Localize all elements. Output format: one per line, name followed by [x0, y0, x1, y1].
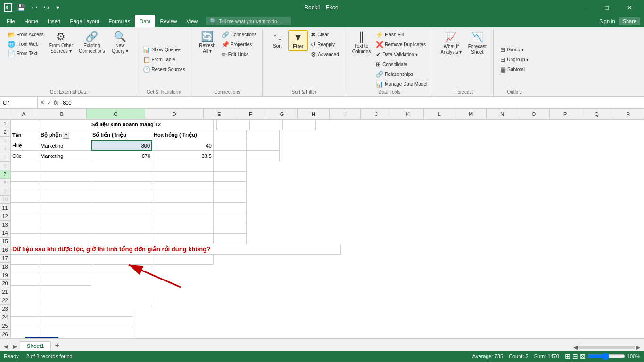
row-header-19[interactable]: 19 — [0, 271, 10, 280]
col-header-l[interactable]: L — [424, 109, 455, 119]
scroll-horizontal-right[interactable]: ▶ — [636, 344, 640, 351]
cell-c19[interactable] — [91, 265, 152, 275]
row-header-10[interactable]: 10 — [0, 196, 10, 204]
cell-a22[interactable] — [11, 296, 39, 306]
cell-d2[interactable]: Hoa hồng ( Triệu) — [152, 130, 214, 140]
cell-d10[interactable] — [152, 172, 214, 182]
row-header-18[interactable]: 18 — [0, 263, 10, 271]
page-break-view-button[interactable]: ⊠ — [580, 353, 586, 360]
col-header-n[interactable]: N — [487, 109, 518, 119]
cell-d13[interactable] — [152, 203, 214, 213]
cell-d12[interactable] — [152, 192, 214, 203]
menu-page-layout[interactable]: Page Layout — [66, 15, 104, 27]
col-header-c[interactable]: C — [87, 109, 145, 119]
col-header-b[interactable]: B — [37, 109, 87, 119]
row-header-25[interactable]: 25 — [0, 321, 10, 330]
sort-button[interactable]: ↑↓ Sort — [267, 30, 287, 50]
row-header-13[interactable]: 13 — [0, 221, 10, 229]
cell-e1[interactable] — [217, 120, 250, 130]
data-validation-button[interactable]: ✔ Data Validation ▾ — [374, 50, 429, 59]
cell-a2[interactable]: Tên — [11, 130, 39, 140]
name-box[interactable]: C7 — [0, 97, 38, 108]
undo-button[interactable]: ↩ — [30, 3, 39, 12]
clear-button[interactable]: ✖ Clear — [309, 30, 340, 39]
cell-e16[interactable] — [214, 234, 247, 244]
cell-f8[interactable] — [247, 151, 280, 161]
cell-e14[interactable] — [214, 213, 247, 223]
from-table-button[interactable]: 📋 From Table — [141, 55, 177, 64]
cell-e9[interactable] — [214, 161, 247, 172]
forecast-sheet-button[interactable]: 📉 ForecastSheet — [465, 30, 489, 57]
cell-e13[interactable] — [214, 203, 247, 213]
row-header-5[interactable]: 5 — [0, 153, 10, 162]
cell-a16[interactable] — [11, 234, 39, 244]
edit-links-button[interactable]: ✏ Edit Links — [220, 50, 259, 59]
row-header-4[interactable]: 4 — [0, 145, 10, 154]
share-button[interactable]: Share — [619, 17, 640, 25]
maximize-button[interactable]: □ — [596, 0, 618, 15]
cell-b25[interactable] — [39, 327, 133, 337]
cell-b10[interactable] — [39, 172, 91, 182]
row-header-26[interactable]: 26 — [0, 330, 10, 338]
new-query-button[interactable]: 🔍 NewQuery ▾ — [108, 30, 132, 56]
connections-button[interactable]: 🔗 Connections — [220, 30, 259, 39]
cell-d8[interactable]: 33.5 — [152, 151, 214, 161]
cell-a10[interactable] — [11, 172, 39, 182]
add-sheet-button[interactable]: + — [52, 340, 62, 351]
scroll-horizontal-left[interactable]: ◀ — [573, 344, 578, 351]
filter-button[interactable]: ▼ Filter — [288, 30, 308, 51]
tell-me-input[interactable]: 🔍 Tell me what you want to do... — [206, 17, 291, 25]
cell-c10[interactable] — [91, 172, 152, 182]
scroll-tabs-right[interactable]: ▶ — [11, 342, 19, 351]
manage-data-model-button[interactable]: 📊 Manage Data Model — [374, 80, 429, 89]
cell-b9[interactable] — [39, 161, 91, 172]
cell-d9[interactable] — [152, 161, 214, 172]
col-header-f[interactable]: F — [235, 109, 267, 119]
cell-a18[interactable] — [11, 255, 39, 265]
row-header-20[interactable]: 20 — [0, 280, 10, 288]
cell-b20[interactable] — [39, 275, 91, 286]
relationships-button[interactable]: 🔗 Relationships — [374, 70, 429, 79]
reapply-button[interactable]: ↺ Reapply — [309, 40, 340, 49]
cell-a12[interactable] — [11, 192, 39, 203]
row-header-11[interactable]: 11 — [0, 204, 10, 212]
existing-connections-button[interactable]: 🔗 ExistingConnections — [76, 30, 107, 56]
col-header-g[interactable]: G — [266, 109, 298, 119]
cell-d14[interactable] — [152, 213, 214, 223]
cell-b21[interactable] — [39, 286, 91, 296]
sheet-tab-sheet1[interactable]: Sheet1 — [20, 341, 51, 351]
row-header-1[interactable]: 1 — [0, 120, 10, 128]
cell-b16[interactable] — [39, 234, 91, 244]
menu-formulas[interactable]: Formulas — [104, 15, 135, 27]
from-access-button[interactable]: 📂 From Access — [6, 30, 46, 39]
cell-a15[interactable] — [11, 223, 39, 234]
cell-c14[interactable] — [91, 213, 152, 223]
menu-review[interactable]: Review — [155, 15, 182, 27]
row-header-12[interactable]: 12 — [0, 212, 10, 221]
cell-b18[interactable] — [39, 255, 91, 265]
subtotal-button[interactable]: ▤ Subtotal — [498, 65, 527, 74]
row-header-7[interactable]: 7 — [0, 170, 10, 179]
row-header-9[interactable]: 9 — [0, 187, 10, 196]
cell-c18[interactable] — [91, 255, 152, 265]
col-header-r[interactable]: R — [612, 109, 644, 119]
row-header-17[interactable]: 17 — [0, 255, 10, 263]
cell-c12[interactable] — [91, 192, 152, 203]
redo-button[interactable]: ↪ — [42, 3, 51, 12]
cell-c15[interactable] — [91, 223, 152, 234]
cell-c9[interactable] — [91, 161, 152, 172]
cell-d15[interactable] — [152, 223, 214, 234]
cell-g1[interactable] — [283, 120, 316, 130]
row-header-8[interactable]: 8 — [0, 179, 10, 187]
recent-sources-button[interactable]: 🕐 Recent Sources — [141, 65, 187, 74]
minimize-button[interactable]: — — [573, 0, 595, 15]
row-header-14[interactable]: 14 — [0, 229, 10, 238]
cell-b22[interactable] — [39, 296, 91, 306]
col-header-k[interactable]: K — [392, 109, 424, 119]
cell-c16[interactable] — [91, 234, 152, 244]
col-header-i[interactable]: I — [330, 109, 361, 119]
cell-a20[interactable] — [11, 275, 39, 286]
col-header-e[interactable]: E — [204, 109, 235, 119]
what-if-analysis-button[interactable]: 📈 What-IfAnalysis ▾ — [438, 30, 464, 57]
cell-a11[interactable] — [11, 182, 39, 192]
